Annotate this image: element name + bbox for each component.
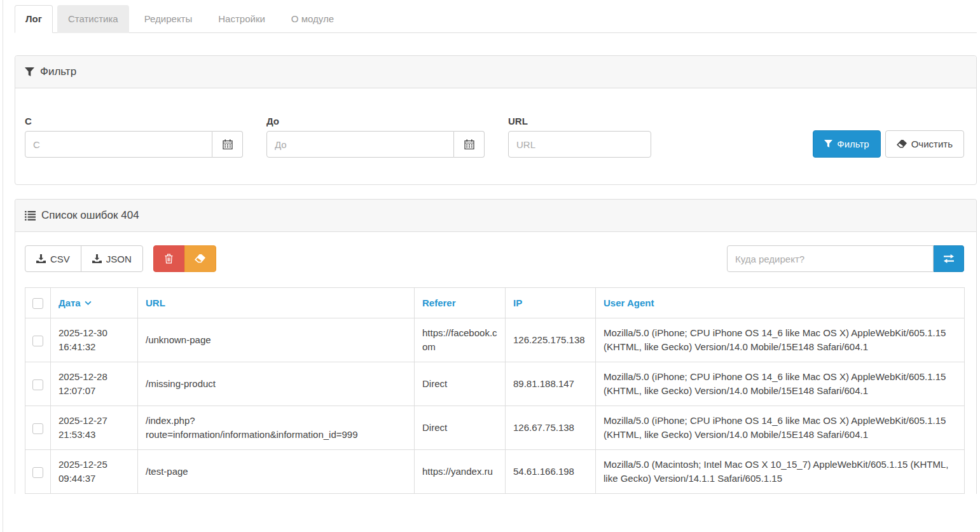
date-to-calendar-button[interactable] [454,131,485,158]
tab-statistics[interactable]: Статистика [57,5,129,33]
error-log-body: CSV JSON [15,232,976,494]
export-json-label: JSON [106,254,132,264]
calendar-icon [223,139,233,149]
sort-by-user-agent-link[interactable]: User Agent [604,296,654,310]
url-label: URL [508,116,726,126]
date-from-input[interactable] [25,131,212,158]
cell-date: 2025-12-27 21:53:43 [51,406,138,450]
eraser-icon [897,140,907,148]
cell-user-agent: Mozilla/5.0 (iPhone; CPU iPhone OS 14_6 … [596,406,965,450]
filter-icon [25,67,34,77]
tab-about[interactable]: О модуле [280,5,345,33]
date-to-label: До [266,116,485,126]
row-checkbox[interactable] [32,336,43,346]
cell-referer: https://yandex.ru [415,450,506,494]
calendar-icon [464,139,474,149]
error-log-panel: Список ошибок 404 CSV JSON [15,199,977,494]
trash-icon [164,254,174,264]
tab-log[interactable]: Лог [15,5,53,33]
cell-date: 2025-12-25 09:44:37 [51,450,138,494]
column-header-date: Дата [59,296,81,310]
url-input[interactable] [508,131,651,158]
cell-referer: https://facebook.com [415,318,506,362]
cell-user-agent: Mozilla/5.0 (iPhone; CPU iPhone OS 14_6 … [596,318,965,362]
error-log-heading: Список ошибок 404 [15,200,976,232]
cell-ip: 126.67.75.138 [506,406,596,450]
row-checkbox[interactable] [32,423,43,434]
cell-ip: 89.81.188.147 [506,362,596,406]
exchange-icon [944,254,954,263]
page-left-border [3,0,3,532]
sort-by-date-link[interactable]: Дата [59,296,92,310]
cell-url: /unknown-page [138,318,415,362]
filter-icon [824,140,832,148]
create-redirect-button[interactable] [934,245,964,272]
error-log-title: Список ошибок 404 [41,209,139,222]
export-button-group: CSV JSON [25,245,143,272]
sort-by-ip-link[interactable]: IP [513,296,522,310]
select-all-checkbox[interactable] [32,298,43,309]
cell-user-agent: Mozilla/5.0 (iPhone; CPU iPhone OS 14_6 … [596,362,965,406]
table-row: 2025-12-28 12:07:07 /missing-product Dir… [25,362,965,406]
table-row: 2025-12-30 16:41:32 /unknown-page https:… [25,318,965,362]
row-checkbox[interactable] [32,467,43,478]
sort-by-url-link[interactable]: URL [146,296,165,310]
redirect-target-input[interactable] [727,245,934,272]
filter-actions: Фильтр Очистить [813,116,964,158]
chevron-down-icon [85,301,92,305]
date-from-label: С [25,116,243,126]
export-csv-button[interactable]: CSV [25,245,81,272]
module-tabs: Лог Статистика Редиректы Настройки О мод… [15,0,977,33]
table-header-row: Дата URL Referer IP User Agent [25,288,965,318]
date-from-calendar-button[interactable] [212,131,243,158]
log-toolbar: CSV JSON [25,245,964,272]
cell-url: /test-page [138,450,415,494]
apply-filter-label: Фильтр [837,139,869,149]
sort-by-referer-link[interactable]: Referer [422,296,456,310]
table-row: 2025-12-25 09:44:37 /test-page https://y… [25,450,965,494]
filter-panel-heading: Фильтр [15,56,976,88]
filter-panel-title: Фильтр [40,65,76,78]
list-icon [25,211,36,221]
export-csv-label: CSV [50,254,70,264]
table-row: 2025-12-27 21:53:43 /index.php?route=inf… [25,406,965,450]
cell-date: 2025-12-30 16:41:32 [51,318,138,362]
download-icon [36,254,46,264]
apply-filter-button[interactable]: Фильтр [813,130,880,158]
download-icon [92,254,102,264]
error-log-table: Дата URL Referer IP User Agent 2025- [25,287,965,494]
export-json-button[interactable]: JSON [81,245,143,272]
tab-settings[interactable]: Настройки [207,5,276,33]
cell-url: /index.php?route=information/information… [138,406,415,450]
filter-form: С До [15,88,976,184]
date-to-input[interactable] [266,131,454,158]
clear-filter-label: Очистить [911,139,953,149]
date-to-field: До [266,116,485,158]
delete-selected-button[interactable] [153,245,185,272]
eraser-icon [195,254,205,263]
delete-button-group [153,245,216,272]
tab-redirects[interactable]: Редиректы [134,5,204,33]
url-field: URL [508,116,726,158]
cell-url: /missing-product [138,362,415,406]
row-checkbox[interactable] [32,379,43,390]
cell-ip: 54.61.166.198 [506,450,596,494]
cell-ip: 126.225.175.138 [506,318,596,362]
cell-referer: Direct [415,406,506,450]
cell-date: 2025-12-28 12:07:07 [51,362,138,406]
redirect-input-group [727,245,964,272]
clear-filter-button[interactable]: Очистить [885,130,964,158]
date-from-field: С [25,116,243,158]
filter-panel: Фильтр С [15,55,977,185]
cell-referer: Direct [415,362,506,406]
cell-user-agent: Mozilla/5.0 (Macintosh; Intel Mac OS X 1… [596,450,965,494]
clear-log-button[interactable] [184,245,216,272]
